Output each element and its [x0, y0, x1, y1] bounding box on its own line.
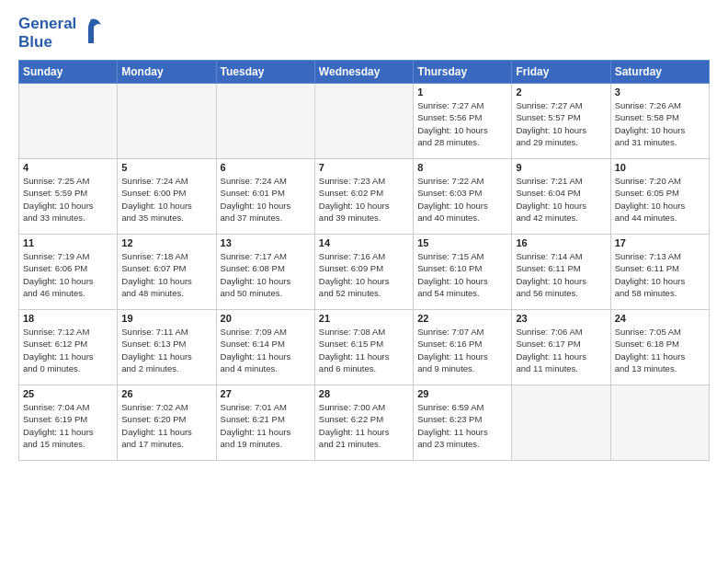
column-header-tuesday: Tuesday [216, 61, 314, 84]
day-number: 28 [319, 388, 409, 399]
day-number: 29 [417, 388, 507, 399]
cell-detail: Sunrise: 6:59 AM Sunset: 6:23 PM Dayligh… [417, 401, 507, 450]
cal-cell-3-3: 13Sunrise: 7:17 AM Sunset: 6:08 PM Dayli… [216, 235, 314, 310]
cal-cell-2-6: 9Sunrise: 7:21 AM Sunset: 6:04 PM Daylig… [512, 159, 610, 235]
cal-cell-1-3 [216, 84, 314, 159]
cal-cell-3-7: 17Sunrise: 7:13 AM Sunset: 6:11 PM Dayli… [610, 235, 709, 310]
column-header-wednesday: Wednesday [314, 61, 413, 84]
cell-detail: Sunrise: 7:11 AM Sunset: 6:13 PM Dayligh… [121, 326, 211, 374]
cal-cell-5-7 [610, 385, 709, 461]
cell-detail: Sunrise: 7:14 AM Sunset: 6:11 PM Dayligh… [516, 250, 606, 299]
week-row-5: 25Sunrise: 7:04 AM Sunset: 6:19 PM Dayli… [19, 385, 710, 461]
cal-cell-1-1 [19, 84, 118, 159]
day-number: 19 [121, 313, 211, 324]
day-number: 18 [23, 313, 113, 324]
day-number: 15 [417, 237, 507, 248]
logo-blue-text: Blue [18, 33, 76, 52]
cal-cell-1-5: 1Sunrise: 7:27 AM Sunset: 5:56 PM Daylig… [414, 84, 512, 159]
cell-detail: Sunrise: 7:01 AM Sunset: 6:21 PM Dayligh… [221, 401, 311, 450]
column-header-monday: Monday [118, 61, 216, 84]
cal-cell-5-1: 25Sunrise: 7:04 AM Sunset: 6:19 PM Dayli… [19, 385, 118, 461]
cell-detail: Sunrise: 7:02 AM Sunset: 6:20 PM Dayligh… [121, 401, 211, 450]
cal-cell-3-4: 14Sunrise: 7:16 AM Sunset: 6:09 PM Dayli… [314, 235, 413, 310]
cell-detail: Sunrise: 7:25 AM Sunset: 5:59 PM Dayligh… [23, 175, 113, 224]
cal-cell-4-7: 24Sunrise: 7:05 AM Sunset: 6:18 PM Dayli… [610, 310, 709, 385]
cell-detail: Sunrise: 7:17 AM Sunset: 6:08 PM Dayligh… [221, 250, 311, 299]
cal-cell-4-5: 22Sunrise: 7:07 AM Sunset: 6:16 PM Dayli… [414, 310, 512, 385]
cell-detail: Sunrise: 7:24 AM Sunset: 6:00 PM Dayligh… [121, 175, 211, 224]
day-number: 14 [319, 237, 409, 248]
cell-detail: Sunrise: 7:16 AM Sunset: 6:09 PM Dayligh… [319, 250, 409, 299]
cell-detail: Sunrise: 7:00 AM Sunset: 6:22 PM Dayligh… [319, 401, 409, 450]
cal-cell-2-7: 10Sunrise: 7:20 AM Sunset: 6:05 PM Dayli… [610, 159, 709, 235]
column-header-thursday: Thursday [414, 61, 512, 84]
cell-detail: Sunrise: 7:21 AM Sunset: 6:04 PM Dayligh… [516, 175, 606, 224]
day-number: 9 [516, 162, 606, 173]
cell-detail: Sunrise: 7:06 AM Sunset: 6:17 PM Dayligh… [516, 326, 606, 374]
day-number: 13 [221, 237, 311, 248]
day-number: 11 [23, 237, 113, 248]
cal-cell-3-6: 16Sunrise: 7:14 AM Sunset: 6:11 PM Dayli… [512, 235, 610, 310]
day-number: 25 [23, 388, 113, 399]
cal-cell-5-4: 28Sunrise: 7:00 AM Sunset: 6:22 PM Dayli… [314, 385, 413, 461]
logo-wave-icon [79, 17, 103, 45]
cal-cell-3-2: 12Sunrise: 7:18 AM Sunset: 6:07 PM Dayli… [118, 235, 216, 310]
cal-cell-5-5: 29Sunrise: 6:59 AM Sunset: 6:23 PM Dayli… [414, 385, 512, 461]
header: General Blue [18, 15, 710, 51]
cal-cell-5-3: 27Sunrise: 7:01 AM Sunset: 6:21 PM Dayli… [216, 385, 314, 461]
day-number: 24 [615, 313, 705, 324]
cell-detail: Sunrise: 7:09 AM Sunset: 6:14 PM Dayligh… [221, 326, 311, 374]
cell-detail: Sunrise: 7:15 AM Sunset: 6:10 PM Dayligh… [417, 250, 507, 299]
cal-cell-4-3: 20Sunrise: 7:09 AM Sunset: 6:14 PM Dayli… [216, 310, 314, 385]
day-number: 27 [221, 388, 311, 399]
cell-detail: Sunrise: 7:27 AM Sunset: 5:56 PM Dayligh… [417, 99, 507, 148]
cell-detail: Sunrise: 7:08 AM Sunset: 6:15 PM Dayligh… [319, 326, 409, 374]
cal-cell-4-1: 18Sunrise: 7:12 AM Sunset: 6:12 PM Dayli… [19, 310, 118, 385]
cal-cell-1-6: 2Sunrise: 7:27 AM Sunset: 5:57 PM Daylig… [512, 84, 610, 159]
day-number: 6 [221, 162, 311, 173]
page: General Blue SundayMondayTuesdayWednesda… [0, 0, 728, 563]
day-number: 21 [319, 313, 409, 324]
cell-detail: Sunrise: 7:12 AM Sunset: 6:12 PM Dayligh… [23, 326, 113, 374]
cell-detail: Sunrise: 7:27 AM Sunset: 5:57 PM Dayligh… [516, 99, 606, 148]
week-row-2: 4Sunrise: 7:25 AM Sunset: 5:59 PM Daylig… [19, 159, 710, 235]
day-number: 7 [319, 162, 409, 173]
cell-detail: Sunrise: 7:18 AM Sunset: 6:07 PM Dayligh… [121, 250, 211, 299]
cal-cell-1-4 [314, 84, 413, 159]
cal-cell-2-3: 6Sunrise: 7:24 AM Sunset: 6:01 PM Daylig… [216, 159, 314, 235]
cal-cell-4-4: 21Sunrise: 7:08 AM Sunset: 6:15 PM Dayli… [314, 310, 413, 385]
cell-detail: Sunrise: 7:19 AM Sunset: 6:06 PM Dayligh… [23, 250, 113, 299]
day-number: 22 [417, 313, 507, 324]
cal-cell-2-4: 7Sunrise: 7:23 AM Sunset: 6:02 PM Daylig… [314, 159, 413, 235]
cal-cell-5-6 [512, 385, 610, 461]
column-header-sunday: Sunday [19, 61, 118, 84]
cell-detail: Sunrise: 7:24 AM Sunset: 6:01 PM Dayligh… [221, 175, 311, 224]
cal-cell-3-1: 11Sunrise: 7:19 AM Sunset: 6:06 PM Dayli… [19, 235, 118, 310]
day-number: 23 [516, 313, 606, 324]
week-row-4: 18Sunrise: 7:12 AM Sunset: 6:12 PM Dayli… [19, 310, 710, 385]
cal-cell-4-2: 19Sunrise: 7:11 AM Sunset: 6:13 PM Dayli… [118, 310, 216, 385]
calendar-table: SundayMondayTuesdayWednesdayThursdayFrid… [18, 60, 710, 461]
week-row-3: 11Sunrise: 7:19 AM Sunset: 6:06 PM Dayli… [19, 235, 710, 310]
cell-detail: Sunrise: 7:22 AM Sunset: 6:03 PM Dayligh… [417, 175, 507, 224]
cal-cell-1-2 [118, 84, 216, 159]
header-row: SundayMondayTuesdayWednesdayThursdayFrid… [19, 61, 710, 84]
day-number: 10 [615, 162, 705, 173]
cell-detail: Sunrise: 7:07 AM Sunset: 6:16 PM Dayligh… [417, 326, 507, 374]
cell-detail: Sunrise: 7:20 AM Sunset: 6:05 PM Dayligh… [615, 175, 705, 224]
day-number: 2 [516, 86, 606, 98]
cal-cell-2-2: 5Sunrise: 7:24 AM Sunset: 6:00 PM Daylig… [118, 159, 216, 235]
cell-detail: Sunrise: 7:26 AM Sunset: 5:58 PM Dayligh… [615, 99, 705, 148]
day-number: 16 [516, 237, 606, 248]
cell-detail: Sunrise: 7:04 AM Sunset: 6:19 PM Dayligh… [23, 401, 113, 450]
day-number: 3 [615, 86, 705, 98]
cell-detail: Sunrise: 7:05 AM Sunset: 6:18 PM Dayligh… [615, 326, 705, 374]
day-number: 8 [417, 162, 507, 173]
week-row-1: 1Sunrise: 7:27 AM Sunset: 5:56 PM Daylig… [19, 84, 710, 159]
column-header-saturday: Saturday [610, 61, 709, 84]
cal-cell-2-5: 8Sunrise: 7:22 AM Sunset: 6:03 PM Daylig… [414, 159, 512, 235]
day-number: 4 [23, 162, 113, 173]
day-number: 5 [121, 162, 211, 173]
cal-cell-4-6: 23Sunrise: 7:06 AM Sunset: 6:17 PM Dayli… [512, 310, 610, 385]
cell-detail: Sunrise: 7:23 AM Sunset: 6:02 PM Dayligh… [319, 175, 409, 224]
